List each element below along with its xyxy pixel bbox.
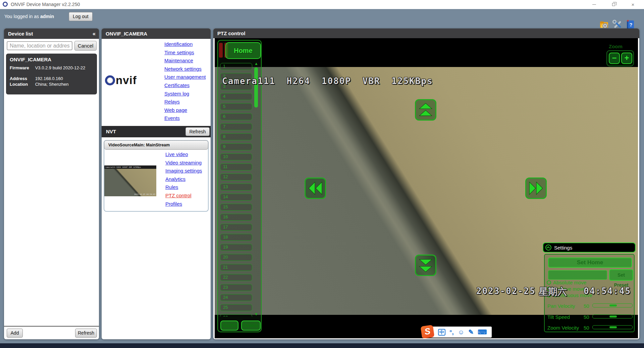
set-home-button[interactable]: Set Home xyxy=(548,258,632,268)
refresh-devices-button[interactable]: Refresh xyxy=(75,329,97,338)
preset-scroll-down-icon[interactable]: ▼ xyxy=(254,312,259,317)
device-link[interactable]: Identification xyxy=(164,42,193,47)
preset-item[interactable]: 18 xyxy=(220,234,252,241)
osd-weekday: 星期六 xyxy=(539,285,567,298)
preset-item[interactable]: 20 xyxy=(220,254,252,261)
preset-item[interactable]: 16 xyxy=(220,214,252,221)
slider-label: Pan Velocity xyxy=(547,303,575,309)
handwriting-icon[interactable]: ✎ xyxy=(468,327,474,338)
settings-header[interactable]: Settings xyxy=(543,242,636,253)
nvt-link[interactable]: Imaging settings xyxy=(165,168,202,173)
pan-right-button[interactable] xyxy=(525,178,547,199)
device-link[interactable]: Events xyxy=(164,116,180,121)
preset-item[interactable]: 13 xyxy=(220,184,252,191)
address-label: Address xyxy=(10,76,34,81)
device-link[interactable]: Certificates xyxy=(164,83,190,88)
tilt-down-button[interactable] xyxy=(415,255,436,276)
tilt-up-button[interactable] xyxy=(415,99,436,121)
nvt-link[interactable]: PTZ control xyxy=(165,193,192,198)
video-thumbnail[interactable]: Camera111 H264 1080P VBR 125KBps 2023-02… xyxy=(104,165,156,196)
logout-button[interactable]: Log out xyxy=(69,12,93,21)
preset-item[interactable]: 8 xyxy=(220,133,252,140)
device-address-row: Address 192.168.0.160 xyxy=(10,76,93,81)
nvt-refresh-button[interactable]: Refresh xyxy=(185,127,210,136)
nvt-link[interactable]: Rules xyxy=(165,185,178,190)
title-bar: ONVIF Device Manager v2.2.250 × xyxy=(0,0,644,9)
chinese-mode-icon[interactable]: 中 xyxy=(438,329,445,336)
device-link[interactable]: Web page xyxy=(164,108,187,113)
punctuation-icon[interactable]: °, xyxy=(449,327,454,338)
nvt-link[interactable]: Video streaming xyxy=(165,160,202,165)
preset-item[interactable]: 5 xyxy=(220,103,252,110)
preset-item[interactable]: 4 xyxy=(220,93,252,100)
pan-left-button[interactable] xyxy=(305,178,326,199)
home-button[interactable]: Home xyxy=(225,42,261,59)
device-card[interactable]: ONVIF_ICAMERA Firmware V3.0.2.9 build 20… xyxy=(6,54,97,94)
preset-scroll-up-icon[interactable]: ▲ xyxy=(254,61,259,66)
device-link[interactable]: Maintenance xyxy=(164,58,193,63)
device-link[interactable]: User management xyxy=(164,74,206,79)
tools-icon[interactable] xyxy=(612,19,623,29)
preset-item[interactable]: 15 xyxy=(220,204,252,211)
window-title: ONVIF Device Manager v2.2.250 xyxy=(11,2,80,7)
preset-item[interactable]: 25 xyxy=(220,304,252,311)
preset-scrollbar-thumb[interactable] xyxy=(254,67,258,108)
preset-item[interactable]: 24 xyxy=(220,294,252,301)
zoom-velocity-slider[interactable] xyxy=(592,325,633,329)
search-input[interactable] xyxy=(7,41,72,50)
preset-item[interactable]: 21 xyxy=(220,264,252,271)
address-value: 192.168.0.160 xyxy=(35,76,63,81)
pan-velocity-row: Pan Velocity 50 xyxy=(547,303,633,308)
preset-item[interactable]: 12 xyxy=(220,173,252,181)
device-link[interactable]: Time settings xyxy=(164,50,194,55)
goto-preset-button[interactable]: GoTo xyxy=(220,321,238,331)
preset-item[interactable]: 10 xyxy=(220,153,252,160)
slider-thumb[interactable] xyxy=(609,326,617,328)
pan-velocity-slider[interactable] xyxy=(592,303,633,307)
slider-thumb[interactable] xyxy=(609,316,617,318)
preset-item[interactable]: 1 xyxy=(220,63,252,70)
set-preset-button[interactable]: Set Preset xyxy=(609,269,633,281)
preset-item[interactable]: 19 xyxy=(220,244,252,251)
restore-button[interactable] xyxy=(606,0,621,9)
device-link[interactable]: Network settings xyxy=(164,66,202,71)
radio-absolute-move[interactable]: Absolute move xyxy=(547,279,586,285)
help-icon[interactable]: ? xyxy=(625,19,635,29)
preset-item[interactable]: 17 xyxy=(220,224,252,231)
keyboard-icon[interactable]: ⌨ xyxy=(478,327,487,338)
tilt-speed-slider[interactable] xyxy=(592,315,633,319)
preset-item[interactable]: 23 xyxy=(220,284,252,291)
device-link[interactable]: Relays xyxy=(164,99,180,104)
slider-thumb[interactable] xyxy=(609,304,617,306)
location-value: China; Shenzhen xyxy=(35,82,69,87)
preset-item[interactable]: 11 xyxy=(220,163,252,170)
close-button[interactable]: × xyxy=(625,0,641,9)
device-list-title: Device list xyxy=(8,31,33,37)
delete-preset-button[interactable]: Delete xyxy=(241,321,261,331)
preset-item[interactable]: 7 xyxy=(220,123,252,130)
zoom-in-button[interactable]: + xyxy=(621,53,632,64)
nvt-link[interactable]: Profiles xyxy=(165,201,182,206)
nvt-link[interactable]: Live video xyxy=(165,152,188,157)
zoom-out-button[interactable]: − xyxy=(609,53,620,64)
minimize-button[interactable] xyxy=(586,0,602,9)
sogou-logo-icon[interactable]: S xyxy=(421,325,435,338)
video-source-header[interactable]: VideoSourceMain: MainStream xyxy=(104,140,208,150)
manage-icon[interactable] xyxy=(599,19,609,29)
preset-item[interactable]: 9 xyxy=(220,143,252,150)
preset-item[interactable]: 14 xyxy=(220,194,252,201)
nvt-title: NVT xyxy=(106,129,116,134)
onvif-ring-icon xyxy=(105,75,115,85)
radio-label: Absolute move xyxy=(553,280,586,285)
collapse-panel-icon[interactable]: « xyxy=(93,28,96,39)
preset-name-input[interactable] xyxy=(548,270,607,280)
nvt-link[interactable]: Analytics xyxy=(165,177,185,182)
cancel-button[interactable]: Cancel xyxy=(74,41,97,51)
preset-item[interactable]: 6 xyxy=(220,113,252,120)
preset-item[interactable]: 26 xyxy=(220,314,252,317)
preset-item[interactable]: 22 xyxy=(220,274,252,281)
emoji-icon[interactable]: ☺ xyxy=(458,327,464,338)
device-link[interactable]: System log xyxy=(164,91,189,96)
double-arrow-up-icon xyxy=(418,102,433,117)
add-device-button[interactable]: Add xyxy=(7,329,23,338)
